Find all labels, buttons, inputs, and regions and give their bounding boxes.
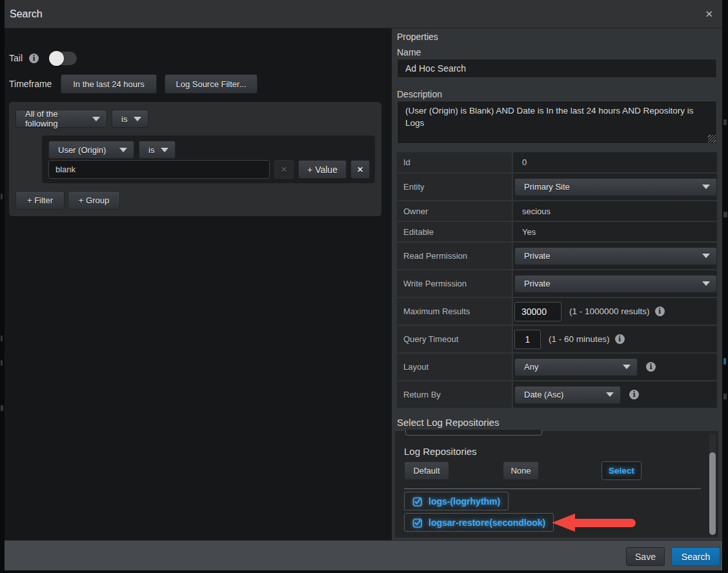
background-artifact — [1, 336, 3, 341]
entity-label: Entity — [397, 174, 512, 200]
maximum-results-hint: (1 - 1000000 results) — [569, 307, 650, 316]
checkbox-checked-icon — [412, 518, 423, 528]
chevron-down-icon — [161, 148, 168, 152]
write-permission-value: Private — [524, 279, 550, 288]
close-icon[interactable]: ✕ — [705, 8, 713, 20]
none-button[interactable]: None — [503, 461, 539, 480]
select-button[interactable]: Select — [602, 461, 642, 480]
search-dialog-screen: Search ✕ Tail i Timeframe In the last 24… — [0, 0, 728, 573]
rule-field-value: User (Origin) — [58, 145, 106, 155]
remove-rule-button[interactable]: ✕ — [350, 160, 370, 179]
filter-group-actions: + Filter + Group — [15, 191, 120, 210]
chevron-down-icon — [92, 117, 100, 121]
background-artifact — [723, 394, 727, 399]
write-permission-dropdown[interactable]: Private — [514, 275, 717, 293]
search-modal: Search ✕ Tail i Timeframe In the last 24… — [5, 0, 722, 570]
query-timeout-value-cell: (1 - 60 minutes) i — [513, 326, 717, 352]
owner-label: Owner — [397, 201, 512, 221]
modal-body: Tail i Timeframe In the last 24 hours Lo… — [5, 28, 722, 540]
return-by-info-icon: i — [629, 390, 639, 399]
arrow-head — [552, 514, 575, 532]
write-permission-label: Write Permission — [397, 270, 512, 297]
repo-item-logsar-restore-secondlook[interactable]: logsar-restore(secondlook) — [404, 513, 554, 532]
name-label: Name — [397, 47, 421, 57]
modal-header: Search ✕ — [5, 0, 722, 28]
group-condition-dropdown[interactable]: is — [112, 110, 148, 128]
read-permission-dropdown[interactable]: Private — [514, 247, 717, 265]
write-permission-value-cell: Private — [513, 270, 717, 297]
chevron-down-icon — [702, 281, 710, 286]
divider — [404, 488, 701, 489]
description-textarea[interactable]: (User (Origin) is Blank) AND Date is In … — [397, 101, 717, 144]
layout-dropdown[interactable]: Any — [514, 358, 638, 376]
tail-toggle[interactable] — [50, 52, 77, 65]
group-operator-dropdown[interactable]: All of the following — [15, 110, 107, 128]
layout-value: Any — [524, 362, 538, 372]
maximum-results-input[interactable] — [514, 302, 561, 321]
return-by-label: Return By — [397, 381, 512, 408]
return-by-dropdown[interactable]: Date (Asc) — [514, 386, 621, 404]
timeframe-row: Timeframe In the last 24 hours Log Sourc… — [9, 74, 258, 94]
timeframe-range-button[interactable]: In the last 24 hours — [61, 74, 157, 94]
table-row-maximum-results: Maximum Results (1 - 1000000 results) i — [397, 298, 717, 325]
arrow-tail — [575, 519, 636, 527]
annotation-arrow-icon — [552, 514, 636, 532]
repositories-scrollbar[interactable] — [709, 434, 716, 535]
rule-field-dropdown[interactable]: User (Origin) — [48, 141, 134, 159]
table-row-entity: Entity Primary Site — [397, 174, 717, 200]
id-label: Id — [397, 152, 512, 172]
table-row-id: Id 0 — [397, 152, 717, 172]
table-row-read-permission: Read Permission Private — [397, 243, 717, 269]
entity-value-cell: Primary Site — [513, 174, 717, 200]
add-filter-button[interactable]: + Filter — [15, 191, 65, 210]
description-label: Description — [397, 89, 442, 99]
repo-item-logs-logrhythm[interactable]: logs-(logrhythm) — [404, 492, 509, 510]
group-condition-value: is — [121, 114, 127, 124]
background-artifact — [1, 405, 3, 411]
group-operator-value: All of the following — [25, 109, 92, 128]
log-repositories-panel: Log Repositories Default None Select log… — [395, 431, 718, 538]
read-permission-value-cell: Private — [513, 243, 717, 269]
chevron-down-icon — [623, 365, 631, 369]
default-button[interactable]: Default — [404, 461, 449, 480]
timeframe-label: Timeframe — [9, 79, 61, 89]
chevron-down-icon — [702, 254, 710, 258]
properties-table: Id 0 Entity Primary Site — [397, 152, 717, 409]
repo-item-label: logsar-restore(secondlook) — [429, 518, 545, 528]
background-artifact — [1, 360, 3, 366]
owner-value-cell: secious — [513, 201, 717, 221]
filter-builder-group: All of the following is User (Origin) — [9, 102, 381, 216]
background-page-bottom-edge — [0, 570, 728, 573]
layout-value-cell: Any i — [513, 354, 717, 380]
maximum-results-label: Maximum Results — [397, 298, 512, 325]
query-timeout-input[interactable] — [514, 330, 541, 349]
table-row-layout: Layout Any i — [397, 354, 717, 380]
background-artifact — [723, 119, 727, 125]
search-button[interactable]: Search — [671, 547, 720, 566]
chevron-down-icon — [702, 185, 710, 189]
save-button[interactable]: Save — [626, 547, 665, 566]
log-source-filter-button[interactable]: Log Source Filter... — [165, 74, 258, 94]
table-row-query-timeout: Query Timeout (1 - 60 minutes) i — [397, 326, 717, 352]
checkbox-checked-icon — [412, 496, 423, 507]
layout-info-icon: i — [646, 362, 656, 372]
editable-value-cell: Yes — [513, 222, 717, 241]
entity-dropdown[interactable]: Primary Site — [514, 178, 717, 196]
id-value: 0 — [514, 157, 527, 167]
modal-footer: Save Search — [5, 540, 722, 570]
add-value-button[interactable]: + Value — [298, 160, 347, 179]
rule-value-row: ✕ + Value ✕ — [48, 160, 370, 179]
rule-value-input[interactable] — [48, 160, 270, 179]
rule-operator-dropdown[interactable]: is — [139, 141, 176, 159]
properties-section-title: Properties — [397, 32, 438, 42]
table-row-write-permission: Write Permission Private — [397, 270, 717, 297]
scrolled-cutoff-element — [405, 430, 542, 436]
scrollbar-thumb[interactable] — [709, 452, 716, 535]
background-artifact — [723, 358, 726, 365]
add-group-button[interactable]: + Group — [68, 191, 120, 210]
return-by-value-cell: Date (Asc) i — [513, 381, 717, 408]
read-permission-label: Read Permission — [397, 243, 512, 269]
name-input[interactable] — [397, 59, 717, 78]
properties-panel: Properties Name Description (User (Origi… — [392, 28, 722, 540]
tail-label: Tail — [9, 53, 23, 63]
